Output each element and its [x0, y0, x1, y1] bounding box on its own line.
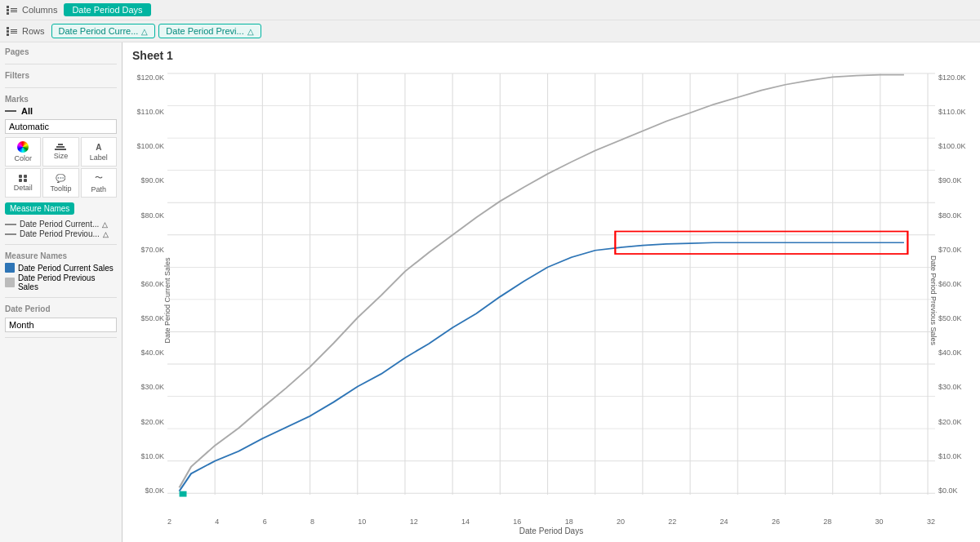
chart-container: $120.0K $110.0K $100.0K $90.0K $80.0K $7… — [122, 65, 980, 535]
tooltip-button[interactable]: 💬 Tooltip — [42, 168, 78, 198]
detail-icon — [19, 175, 27, 182]
legend-label-1: Date Period Current Sales — [18, 264, 114, 273]
rows-pill1[interactable]: Date Period Curre... △ — [51, 24, 156, 38]
y-title-right: Date Period Previous Sales — [929, 255, 938, 345]
measure-names-pill[interactable]: Measure Names — [5, 202, 74, 215]
pages-label: Pages — [5, 47, 117, 56]
pages-section: Pages — [5, 47, 117, 64]
left-panel: Pages Filters Marks All Automatic Colo — [0, 42, 122, 542]
legend-label-2: Date Period Previous Sales — [18, 273, 117, 291]
field2-line-icon — [5, 233, 16, 235]
chart-inner — [167, 73, 935, 495]
x-axis: 2 4 6 8 10 12 14 16 18 20 22 24 26 28 30… — [167, 518, 935, 526]
columns-icon — [7, 6, 17, 15]
measure-names-legend-section: Measure Names Date Period Current Sales … — [5, 251, 117, 298]
field1-line-icon — [5, 224, 16, 225]
field1-row[interactable]: Date Period Current... △ — [5, 220, 117, 229]
rows-label: Rows — [22, 26, 45, 36]
filters-section: Filters — [5, 71, 117, 88]
mark-buttons: Color Size A Label — [5, 137, 117, 198]
label-icon: A — [96, 143, 101, 152]
filters-label: Filters — [5, 71, 117, 80]
path-button[interactable]: 〜 Path — [81, 168, 117, 198]
field2-delta: △ — [103, 230, 109, 238]
columns-icon-label: Columns — [7, 5, 57, 15]
chart-area: Sheet 1 $120.0K $110.0K $100.0K $90.0K $… — [122, 42, 980, 542]
path-icon: 〜 — [95, 172, 103, 184]
marks-label: Marks — [5, 95, 117, 104]
detail-button[interactable]: Detail — [5, 168, 41, 198]
delta-icon1: △ — [141, 27, 148, 36]
date-period-label: Date Period — [5, 304, 117, 313]
size-button[interactable]: Size — [42, 137, 78, 167]
label-button[interactable]: A Label — [81, 137, 117, 167]
chart-svg — [167, 73, 935, 495]
marks-section: Marks All Automatic Color — [5, 95, 117, 245]
blue-line — [180, 242, 904, 491]
legend-color-2 — [5, 278, 15, 287]
color-button[interactable]: Color — [5, 137, 41, 167]
columns-label: Columns — [22, 5, 57, 15]
field1-label: Date Period Current... — [20, 220, 99, 229]
y-axis-right: $120.0K $110.0K $100.0K $90.0K $80.0K $7… — [935, 73, 980, 495]
legend-item-2: Date Period Previous Sales — [5, 273, 117, 291]
x-title: Date Period Days — [519, 526, 583, 535]
color-icon — [17, 141, 29, 153]
size-icon — [55, 144, 66, 150]
rows-row: Rows Date Period Curre... △ Date Period … — [0, 20, 980, 42]
tooltip-icon: 💬 — [56, 174, 65, 183]
date-period-section: Date Period Month — [5, 304, 117, 338]
date-period-select[interactable]: Month — [5, 318, 117, 332]
marks-all-label: All — [21, 106, 33, 116]
automatic-select-wrap[interactable]: Automatic — [5, 119, 117, 134]
marks-line-icon — [5, 110, 16, 112]
automatic-select[interactable]: Automatic — [5, 119, 117, 134]
marks-all-row: All — [5, 106, 117, 116]
rows-icon — [7, 27, 17, 36]
field1-delta: △ — [102, 220, 108, 229]
y-axis-left: $120.0K $110.0K $100.0K $90.0K $80.0K $7… — [122, 73, 167, 495]
legend-color-1 — [5, 263, 15, 273]
legend-item-1: Date Period Current Sales — [5, 263, 117, 273]
sheet-title: Sheet 1 — [122, 42, 980, 65]
svg-rect-30 — [180, 491, 187, 497]
rows-icon-label: Rows — [7, 26, 45, 36]
columns-pill[interactable]: Date Period Days — [64, 3, 150, 16]
measure-names-section-title: Measure Names — [5, 251, 117, 260]
field2-label: Date Period Previou... — [20, 229, 100, 238]
rows-pill2[interactable]: Date Period Previ... △ — [158, 24, 261, 38]
field2-row[interactable]: Date Period Previou... △ — [5, 229, 117, 238]
top-bar: Columns Date Period Days Rows — [0, 0, 980, 42]
columns-row: Columns Date Period Days — [0, 0, 980, 20]
delta-icon2: △ — [247, 27, 254, 36]
